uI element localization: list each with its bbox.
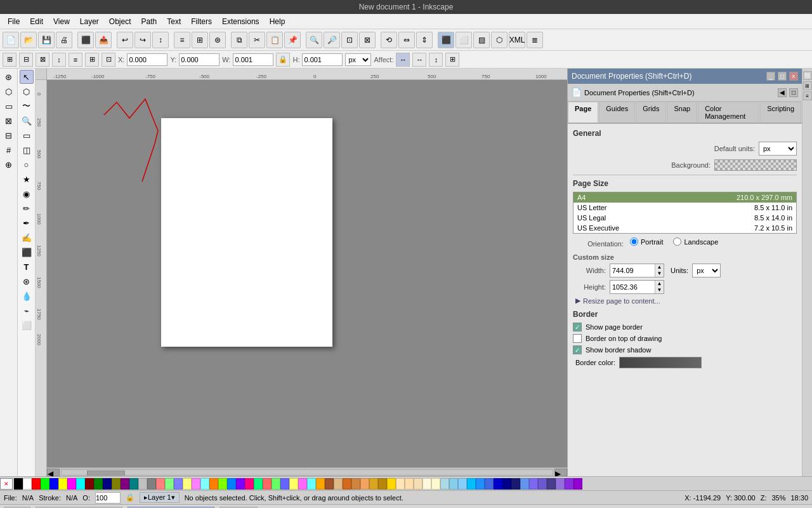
- scroll-left-btn[interactable]: ◀: [47, 469, 60, 476]
- palette-swatch-purple[interactable]: [121, 478, 129, 490]
- tool-ellipse[interactable]: ○: [20, 157, 34, 171]
- cut-button[interactable]: ✂: [249, 32, 265, 48]
- xmleditor-button[interactable]: XML: [509, 32, 525, 48]
- palette-swatch-chocolate[interactable]: [343, 478, 351, 490]
- canvas-content[interactable]: ▶: [47, 80, 567, 476]
- tool-selector[interactable]: ↖: [20, 70, 34, 84]
- open-button[interactable]: 📂: [20, 32, 37, 48]
- palette-swatch-lightgreen[interactable]: [165, 478, 174, 490]
- tool-3dbox[interactable]: ◫: [20, 143, 34, 157]
- history-button[interactable]: ↕: [152, 32, 169, 48]
- snap-guide-btn[interactable]: ⊟: [2, 128, 16, 142]
- tab-scripting[interactable]: Scripting: [760, 102, 801, 123]
- background-color-swatch[interactable]: [714, 159, 797, 171]
- h-input[interactable]: 0.001: [302, 53, 343, 66]
- width-spin-down[interactable]: ▼: [655, 271, 664, 277]
- node-button[interactable]: ⬡: [491, 32, 508, 48]
- print-button[interactable]: 🖨: [56, 32, 72, 48]
- palette-swatch-blue[interactable]: [49, 478, 58, 490]
- palette-swatch-moccasin[interactable]: [396, 478, 405, 490]
- palette-swatch-lime[interactable]: [41, 478, 49, 490]
- palette-swatch-sandybrown[interactable]: [360, 478, 369, 490]
- width-spin-up[interactable]: ▲: [655, 264, 664, 271]
- palette-swatch-orchid[interactable]: [298, 478, 307, 490]
- menu-file[interactable]: File: [3, 16, 25, 27]
- palette-swatch-blueviolet[interactable]: [565, 478, 573, 490]
- import-button[interactable]: ⬛: [77, 32, 94, 48]
- menu-view[interactable]: View: [48, 16, 75, 27]
- palette-swatch-burlywood[interactable]: [334, 478, 343, 490]
- palette-swatch-mediumblue[interactable]: [494, 478, 502, 490]
- h-scrollbar-track[interactable]: [61, 469, 553, 476]
- palette-swatch-pink[interactable]: [192, 478, 200, 490]
- portrait-option[interactable]: Portrait: [630, 237, 663, 246]
- palette-swatch-lemon[interactable]: [431, 478, 440, 490]
- opacity-input[interactable]: [95, 492, 121, 504]
- page-size-list[interactable]: A4 210.0 x 297.0 mm US Letter 8.5 x 11.0…: [573, 192, 797, 234]
- tab-snap[interactable]: Snap: [667, 102, 697, 123]
- palette-swatch-slateblue[interactable]: [538, 478, 547, 490]
- snap-nodes-btn[interactable]: ⬡: [2, 84, 16, 98]
- palette-swatch-powderblue[interactable]: [307, 478, 316, 490]
- canvas-area[interactable]: -1250 -1000 -750 -500 -250 0 250 500 750…: [36, 69, 567, 476]
- snap-center-btn[interactable]: ⊕: [2, 157, 16, 171]
- new-button[interactable]: 📄: [3, 32, 19, 48]
- menu-help[interactable]: Help: [265, 16, 291, 27]
- scroll-right-btn[interactable]: ▶: [554, 469, 567, 476]
- save-button[interactable]: 💾: [38, 32, 55, 48]
- landscape-radio[interactable]: [673, 237, 681, 246]
- snap-ctx-5[interactable]: ≡: [69, 53, 82, 67]
- palette-swatch-lightyellow[interactable]: [183, 478, 192, 490]
- snap-ctx-1[interactable]: ⊞: [3, 53, 16, 67]
- ps-item-usletter[interactable]: US Letter 8.5 x 11.0 in: [573, 203, 796, 213]
- tool-rect[interactable]: ▭: [20, 128, 34, 142]
- palette-swatch-skyblue[interactable]: [449, 478, 458, 490]
- doc-props-minimize[interactable]: _: [766, 72, 775, 81]
- height-spin-up[interactable]: ▲: [655, 281, 664, 287]
- palette-swatch-yellow[interactable]: [58, 478, 67, 490]
- size-units-select[interactable]: pxmmincm: [692, 264, 721, 277]
- menu-path[interactable]: Path: [136, 16, 162, 27]
- snap-grid-btn[interactable]: #: [2, 143, 16, 157]
- palette-swatch-darkblue[interactable]: [502, 478, 511, 490]
- palette-swatch-gray[interactable]: [147, 478, 156, 490]
- gradient-button[interactable]: ▨: [473, 32, 490, 48]
- palette-swatch-midnightblue[interactable]: [511, 478, 520, 490]
- units-select[interactable]: pxmmin: [345, 53, 371, 66]
- border-on-top-checkbox[interactable]: [573, 334, 582, 343]
- tab-page[interactable]: Page: [568, 102, 598, 123]
- palette-swatch-cyan[interactable]: [76, 478, 85, 490]
- right-panel-btn3[interactable]: ≡: [803, 91, 812, 100]
- tool-zoom[interactable]: 🔍: [20, 114, 34, 128]
- zoomfit-button[interactable]: ⊠: [359, 32, 376, 48]
- stroke-button[interactable]: ⬜: [455, 32, 472, 48]
- palette-swatch-cornsilk[interactable]: [422, 478, 431, 490]
- palette-swatch-lightblue2[interactable]: [440, 478, 449, 490]
- h-scrollbar-thumb[interactable]: [87, 471, 125, 476]
- palette-swatch-darkorange[interactable]: [316, 478, 325, 490]
- palette-swatch-lightblue[interactable]: [174, 478, 183, 490]
- palette-swatch-maroon[interactable]: [85, 478, 94, 490]
- ps-item-a4[interactable]: A4 210.0 x 297.0 mm: [573, 192, 796, 203]
- tool-spray[interactable]: ⊛: [20, 274, 34, 288]
- duplicate-button[interactable]: ⧉: [231, 32, 247, 48]
- snap-ctx-3[interactable]: ⊠: [36, 53, 49, 67]
- landscape-option[interactable]: Landscape: [673, 237, 718, 246]
- snap-ctx-2[interactable]: ⊟: [19, 53, 33, 67]
- palette-swatch-azure[interactable]: [227, 478, 236, 490]
- snap-ctx-7[interactable]: ⊡: [102, 53, 115, 67]
- no-color-swatch[interactable]: ✕: [0, 478, 13, 490]
- paste-button[interactable]: 📌: [284, 32, 301, 48]
- undo-button[interactable]: ↩: [117, 32, 133, 48]
- palette-swatch-khaki[interactable]: [289, 478, 298, 490]
- palette-swatch-red[interactable]: [32, 478, 41, 490]
- show-border-shadow-checkbox[interactable]: ✓: [573, 345, 582, 354]
- tool-spiral[interactable]: ◉: [20, 187, 34, 201]
- menu-object[interactable]: Object: [104, 16, 136, 27]
- resize-to-content[interactable]: ▶ Resize page to content...: [575, 297, 797, 305]
- fill-button[interactable]: ⬛: [438, 32, 454, 48]
- tool-star[interactable]: ★: [20, 172, 34, 186]
- height-input[interactable]: [610, 281, 655, 293]
- copy-button[interactable]: 📋: [266, 32, 283, 48]
- height-spin-down[interactable]: ▼: [655, 287, 664, 293]
